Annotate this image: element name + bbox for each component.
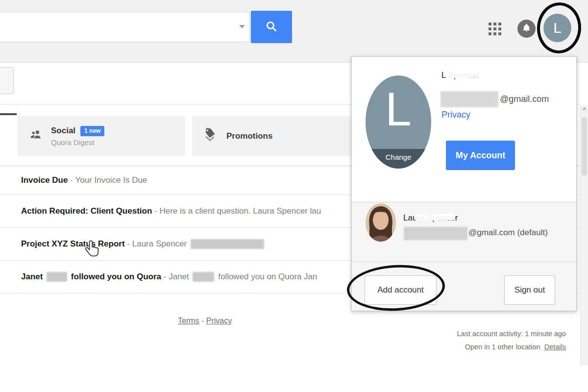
email-snippet: - [161,272,169,282]
account-activity: Last account activity: 1 minute ago Open… [399,327,566,354]
toolbar-stub-button[interactable] [0,67,14,94]
email-subject: Janet [21,272,45,282]
redacted-text [47,272,67,282]
privacy-footer-link[interactable]: Privacy [206,317,232,325]
secondary-account-row[interactable]: Laura Spencer @gmail.com (default) [352,202,576,262]
email-snippet: Janet [169,272,191,282]
last-activity-text: Last account activity: 1 minute ago [399,327,566,341]
redacted-text [193,272,214,282]
avatar-letter: L [553,20,562,36]
panel-footer: Add account Sign out [352,262,576,311]
top-header-bar: L [0,0,588,63]
page-scrollbar[interactable]: ^ [580,105,588,365]
redacted-text [191,239,264,249]
email-subject: Action Required: Client Question [21,206,152,216]
tag-icon [202,127,218,146]
tab-social-badge: 1 new [80,126,104,136]
footer-separator: - [199,317,206,325]
tab-social-label: Social [51,126,75,136]
panel-avatar[interactable]: L Change [366,75,431,169]
footer-links: Terms - Privacy [178,317,232,325]
email-snippet: - [152,206,159,216]
search-button[interactable] [251,11,292,43]
tab-promotions-label: Promotions [226,131,272,141]
bell-icon [522,23,531,34]
scroll-up-arrow-icon[interactable]: ^ [581,106,588,113]
add-account-button[interactable]: Add account [365,275,437,305]
my-account-button[interactable]: My Account [446,141,515,170]
terms-link[interactable]: Terms [178,317,199,325]
name-redaction [416,214,455,221]
search-icon [265,20,278,34]
email-snippet: Your Invoice Is Due [75,175,147,185]
tab-social-texts: Social 1 new Quora Digest [51,126,104,147]
search-input[interactable] [0,12,250,42]
name-redaction [448,71,486,78]
email-snippet: followed you on Quora Jan [216,272,317,282]
account-dropdown-panel: L Change L Spencer @gmail.com Privacy My… [351,56,577,311]
privacy-link[interactable]: Privacy [441,110,470,120]
search-options-chevron-icon[interactable] [239,25,245,28]
tab-promotions[interactable]: Promotions [192,116,351,156]
email-subject: Invoice Due [21,175,68,185]
change-avatar-button[interactable]: Change [366,149,431,169]
primary-tab-underline [0,113,17,115]
open-locations-text: Open in 1 other location [465,343,540,351]
email-subject: Project XYZ Status Report [21,239,125,249]
redacted-email [441,91,498,107]
email-subject: followed you on Quora [69,272,161,282]
tab-social-subtitle: Quora Digest [51,138,104,147]
email-snippet: Here is a client question. Laura Spencer… [159,206,321,216]
scrollbar-thumb[interactable] [582,117,587,176]
details-link[interactable]: Details [544,343,566,351]
people-icon [27,128,43,145]
email-snippet: - [68,175,75,185]
panel-avatar-letter: L [366,82,431,136]
redacted-email [404,227,467,240]
account-avatar-button[interactable]: L [543,14,571,42]
email-snippet: Laura Spencer [132,239,189,249]
notifications-button[interactable] [517,20,536,38]
primary-email-suffix: @gmail.com [500,94,549,104]
email-snippet: - [125,239,132,249]
tab-social[interactable]: Social 1 new Quora Digest [18,116,185,156]
sign-out-button[interactable]: Sign out [504,275,555,305]
apps-grid-icon[interactable] [489,23,501,35]
gmail-page: L Social 1 new Quora Digest Promotions I… [0,0,588,392]
secondary-email-suffix: @gmail.com (default) [468,228,548,238]
secondary-account-photo [366,203,396,242]
